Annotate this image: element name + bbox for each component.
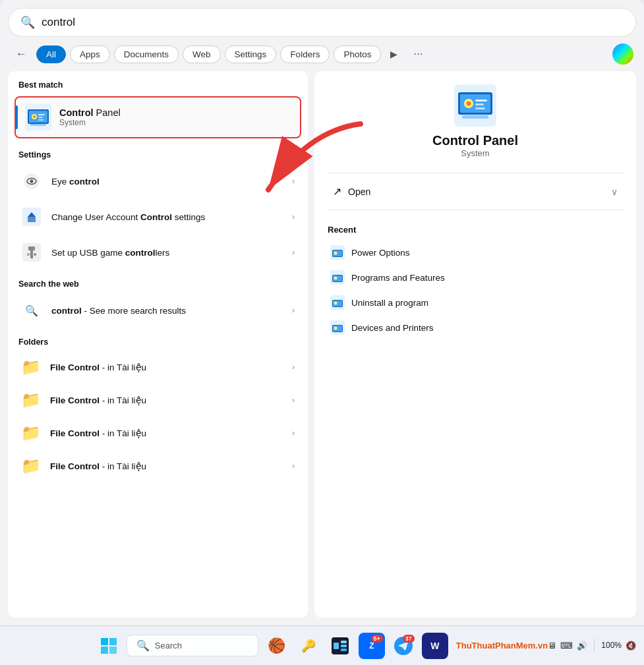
collapse-icon: ∨ — [611, 187, 618, 197]
filter-tabs: ← All Apps Documents Web Settings Folder… — [0, 37, 644, 71]
recent-item-devices[interactable]: Devices and Printers — [328, 315, 623, 340]
settings-item-eye-label: Eye control — [51, 177, 283, 187]
recent-item-programs[interactable]: Programs and Features — [328, 265, 623, 290]
folder-text-3: File Control - in Tài liệu — [50, 428, 283, 438]
svg-rect-8 — [30, 124, 46, 126]
svg-point-39 — [334, 302, 337, 305]
tab-documents[interactable]: Documents — [114, 45, 179, 63]
tray-divider — [594, 639, 595, 652]
control-panel-icon-left — [25, 104, 51, 130]
settings-item-eye[interactable]: Eye control › — [11, 163, 305, 199]
folder-item-3[interactable]: 📁 File Control - in Tài liệu › — [11, 417, 305, 449]
tab-apps[interactable]: Apps — [70, 45, 110, 63]
folder-icon-2: 📁 — [21, 391, 41, 409]
folder-text-2: File Control - in Tài liệu — [50, 395, 283, 405]
tray-speaker[interactable]: 🔇 — [626, 641, 636, 651]
svg-rect-47 — [101, 647, 108, 654]
uac-icon — [21, 206, 42, 227]
chevron-folder-1: › — [292, 362, 295, 372]
settings-item-uac-label: Change User Account Control settings — [51, 212, 283, 222]
tray-monitor[interactable]: 🖥 — [548, 641, 556, 651]
web-search-text: control - See more search results — [51, 306, 283, 316]
chevron-icon-3: › — [292, 248, 295, 257]
recent-item-devices-label: Devices and Printers — [351, 323, 434, 333]
control-panel-icon-right — [454, 84, 496, 127]
svg-point-31 — [334, 252, 337, 255]
tab-photos[interactable]: Photos — [334, 45, 381, 63]
svg-rect-45 — [101, 638, 108, 645]
back-button[interactable]: ← — [11, 45, 32, 63]
svg-rect-5 — [38, 114, 45, 115]
folder-icon-1: 📁 — [21, 358, 41, 376]
right-divider — [328, 173, 623, 173]
recent-cp-icon-4 — [330, 320, 345, 335]
svg-point-35 — [334, 277, 337, 280]
zalo-badge: 5+ — [371, 635, 383, 643]
taskbar-explorer[interactable] — [327, 633, 353, 659]
taskbar-zalo[interactable]: Z 5+ — [359, 633, 385, 659]
taskbar-search-label: Search — [155, 641, 182, 651]
right-column: Control Panel System ↗ Open ∨ Recent Pow… — [314, 71, 636, 618]
svg-rect-26 — [475, 107, 485, 109]
chevron-icon-2: › — [292, 212, 295, 221]
settings-label: Settings — [8, 141, 308, 163]
best-match-item[interactable]: Control Panel System — [15, 96, 301, 138]
recent-cp-icon-2 — [330, 270, 345, 285]
taskbar-basketball[interactable]: 🏀 — [264, 633, 290, 659]
svg-rect-46 — [109, 638, 117, 645]
start-button[interactable] — [96, 633, 121, 658]
web-search-item[interactable]: 🔍 control - See more search results › — [11, 293, 305, 328]
recent-cp-icon-3 — [330, 295, 345, 310]
svg-rect-48 — [109, 647, 117, 654]
folder-item-1[interactable]: 📁 File Control - in Tài liệu › — [11, 351, 305, 384]
settings-item-uac[interactable]: Change User Account Control settings › — [11, 199, 305, 235]
tray-volume[interactable]: 100% — [601, 641, 622, 650]
right-app-icon-wrap — [328, 84, 623, 127]
usb-icon — [21, 242, 42, 263]
svg-rect-52 — [341, 645, 347, 647]
tab-all[interactable]: All — [36, 45, 66, 63]
svg-point-11 — [30, 180, 34, 183]
folders-label: Folders — [8, 328, 308, 351]
open-button[interactable]: ↗ Open ∨ — [328, 179, 623, 204]
svg-rect-15 — [30, 250, 33, 258]
taskbar-telegram[interactable]: 37 — [390, 633, 417, 659]
recent-item-power[interactable]: Power Options — [328, 240, 623, 265]
taskbar-search-icon: 🔍 — [136, 639, 150, 652]
taskbar-keys[interactable]: 🔑 — [295, 633, 322, 659]
eye-icon — [21, 171, 42, 192]
best-match-subtitle: System — [59, 118, 121, 127]
tray-sound[interactable]: 🔊 — [577, 641, 587, 651]
tab-web[interactable]: Web — [183, 45, 221, 63]
tab-settings[interactable]: Settings — [225, 45, 277, 63]
folder-text-1: File Control - in Tài liệu — [50, 362, 283, 372]
folder-item-2[interactable]: 📁 File Control - in Tài liệu › — [11, 384, 305, 417]
svg-rect-6 — [38, 117, 43, 118]
recent-item-uninstall[interactable]: Uninstall a program — [328, 290, 623, 315]
search-bar[interactable]: 🔍 — [8, 8, 636, 37]
windows-logo — [100, 637, 117, 654]
recent-cp-icon-1 — [330, 245, 345, 260]
more-button[interactable]: ··· — [407, 45, 429, 63]
best-match-label: Best match — [8, 71, 308, 94]
folder-item-4[interactable]: 📁 File Control - in Tài liệu › — [11, 449, 305, 482]
svg-rect-14 — [28, 246, 35, 250]
tab-folders[interactable]: Folders — [280, 45, 330, 63]
taskbar-search[interactable]: 🔍 Search — [127, 635, 258, 656]
svg-rect-50 — [334, 643, 339, 649]
copilot-icon[interactable] — [612, 43, 633, 65]
recent-label: Recent — [328, 225, 623, 235]
taskbar-brand: ThuThuatPhanMem.vn — [456, 641, 548, 651]
telegram-badge: 37 — [403, 635, 415, 643]
svg-rect-27 — [462, 115, 488, 119]
right-app-subtitle: System — [328, 148, 623, 158]
folder-icon-3: 📁 — [21, 424, 41, 442]
tray-keyboard[interactable]: ⌨ — [560, 641, 573, 651]
recent-item-programs-label: Programs and Features — [351, 273, 445, 283]
svg-rect-53 — [341, 649, 347, 651]
taskbar-w-app[interactable]: W — [422, 633, 448, 659]
search-input[interactable] — [42, 16, 624, 29]
settings-item-usb[interactable]: Set up USB game controllers › — [11, 235, 305, 270]
settings-item-usb-label: Set up USB game controllers — [51, 248, 283, 258]
play-button[interactable]: ▶ — [385, 46, 403, 62]
